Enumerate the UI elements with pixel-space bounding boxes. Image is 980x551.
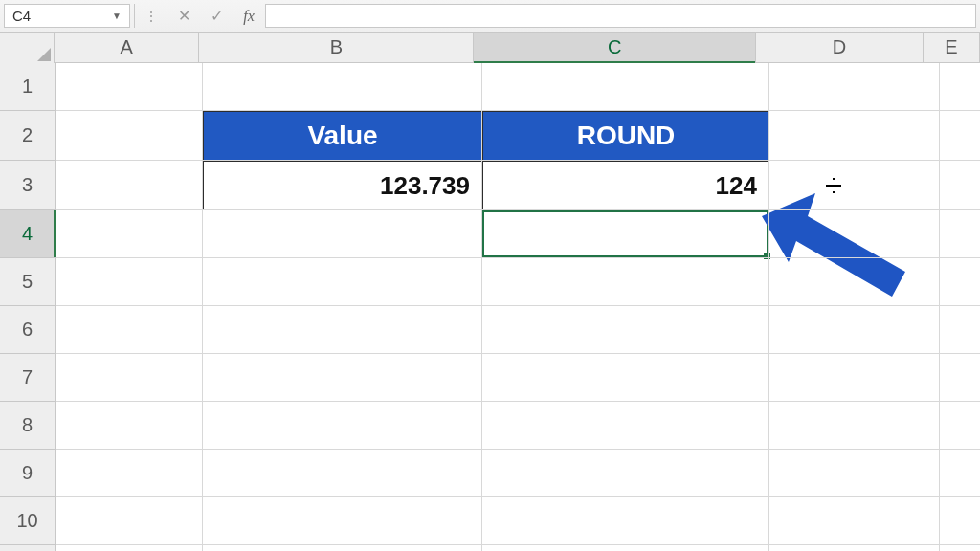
formula-input[interactable] [265,4,976,28]
row-header-1[interactable]: 1 [0,63,55,111]
confirm-formula-icon[interactable]: ✓ [200,0,233,32]
move-cross-icon [826,178,841,193]
row-header-7[interactable]: 7 [0,354,55,402]
cell-grid[interactable]: Value ROUND 123.739 124 [56,63,980,551]
column-header-C[interactable]: C [474,33,756,62]
row-header-10[interactable]: 10 [0,497,55,545]
row-header-9[interactable]: 9 [0,450,55,497]
row-header-8[interactable]: 8 [0,402,55,450]
column-header-B[interactable]: B [199,33,474,62]
cell-C3-text: 124 [716,171,757,201]
worksheet-area[interactable]: A B C D E 1 2 3 4 5 6 7 8 9 10 Value ROU… [0,33,980,551]
name-box[interactable]: C4 ▼ [4,4,130,28]
fx-icon[interactable]: fx [233,0,265,32]
annotation-arrow-icon [762,193,915,346]
row-header-5[interactable]: 5 [0,258,55,306]
column-header-E[interactable]: E [924,33,980,62]
row-headers[interactable]: 1 2 3 4 5 6 7 8 9 10 [0,63,56,551]
cancel-formula-icon[interactable]: ✕ [167,0,200,32]
cell-B3[interactable]: 123.739 [203,161,482,210]
cell-C2[interactable]: ROUND [482,111,769,161]
row-header-6[interactable]: 6 [0,306,55,354]
column-header-D[interactable]: D [756,33,924,62]
cell-C2-text: ROUND [577,121,676,151]
cell-B3-text: 123.739 [380,171,470,201]
cell-B2[interactable]: Value [203,111,482,161]
cell-C3[interactable]: 124 [482,161,769,210]
select-all-corner[interactable] [0,33,55,63]
row-header-3[interactable]: 3 [0,161,55,210]
formula-bar-expand-icon[interactable]: ⋮ [135,0,167,32]
row-header-2[interactable]: 2 [0,111,55,161]
name-box-value: C4 [12,8,31,24]
selection-rectangle [482,210,768,257]
row-header-4[interactable]: 4 [0,210,55,258]
name-box-dropdown-icon[interactable]: ▼ [112,11,122,21]
formula-bar: C4 ▼ ⋮ ✕ ✓ fx [0,0,980,33]
column-headers[interactable]: A B C D E [0,33,980,63]
cell-B2-text: Value [307,121,377,151]
column-header-A[interactable]: A [55,33,199,62]
